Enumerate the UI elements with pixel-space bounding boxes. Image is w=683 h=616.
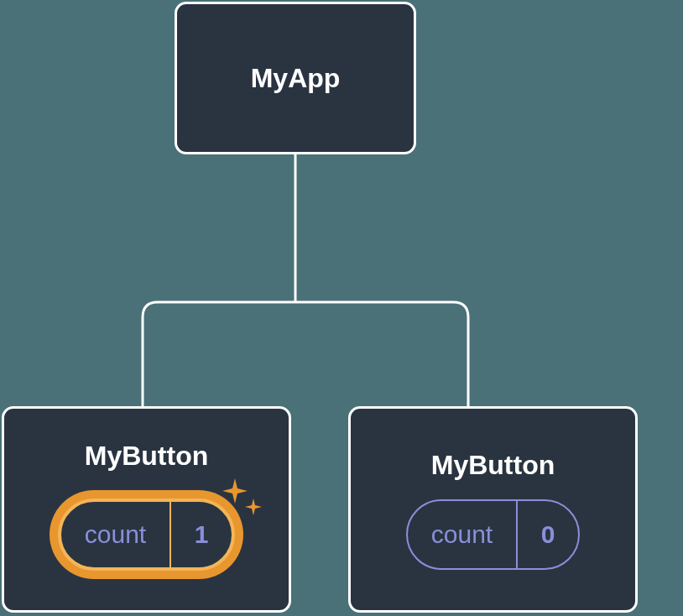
- root-node-title: MyApp: [251, 63, 341, 94]
- child-node-right-title: MyButton: [431, 450, 555, 481]
- state-label: count: [408, 501, 518, 568]
- state-pill-plain: count 0: [406, 499, 580, 570]
- state-label: count: [61, 502, 171, 567]
- child-node-right: MyButton count 0: [348, 406, 638, 613]
- state-value: 0: [518, 501, 578, 568]
- child-node-left: MyButton count 1: [2, 406, 291, 613]
- state-pill-highlighted: count 1: [50, 490, 243, 579]
- root-node-myapp: MyApp: [175, 2, 416, 154]
- sparkle-icon: [218, 475, 267, 524]
- child-node-left-title: MyButton: [85, 441, 209, 472]
